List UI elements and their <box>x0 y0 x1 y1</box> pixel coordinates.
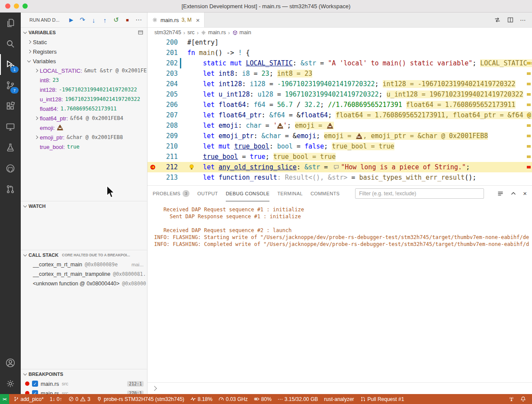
status-ports[interactable] <box>509 396 514 402</box>
variable-row-int8[interactable]: int8:23 <box>21 75 147 85</box>
code-content[interactable]: let mut true_bool: bool = false; true_bo… <box>187 141 532 152</box>
activity-github[interactable] <box>0 158 21 179</box>
breadcrumb-item-main-rs[interactable]: main.rs <box>201 29 226 36</box>
breakpoint-slot[interactable] <box>147 131 159 141</box>
code-line-206[interactable]: 206 let float64: f64 = 56.7 / 32.2; //1.… <box>147 100 532 110</box>
status-cpu-usage[interactable]: 8.18% <box>190 396 212 402</box>
breadcrumb-item-src[interactable]: src <box>187 29 195 36</box>
code-content[interactable]: let float64_ptr: &f64 = &float64; float6… <box>187 110 532 120</box>
status-cpu-frequency[interactable]: 0.03 GHz <box>218 396 248 402</box>
code-content[interactable]: let int8: i8 = 23; int8 = 23 <box>187 68 532 79</box>
filter-input[interactable] <box>355 188 484 199</box>
breakpoint-slot[interactable] <box>147 162 159 172</box>
code-line-207[interactable]: 207 let float64_ptr: &f64 = &float64; fl… <box>147 110 532 120</box>
sidebar-title[interactable]: RUN AND D... <box>29 17 60 23</box>
status-sync[interactable]: 1↓ 0↑ <box>50 396 62 402</box>
more-icon[interactable]: ⋯ <box>520 16 526 23</box>
lightbulb-icon[interactable] <box>188 164 195 171</box>
call-stack-frame[interactable]: __cortex_m_rt_main@0x0800089emai... <box>21 260 147 269</box>
breakpoint-slot[interactable] <box>147 79 159 89</box>
breakpoint-checkbox[interactable]: ✓ <box>32 390 38 394</box>
stop-icon[interactable]: ■ <box>123 16 131 24</box>
variable-row-float64[interactable]: float64:1.7608695652173911 <box>21 104 147 113</box>
breakpoint-slot[interactable] <box>147 110 159 120</box>
watch-section-header[interactable]: WATCH <box>21 201 147 211</box>
variable-row-u_int128[interactable]: u_int128:196710231994021419720322 <box>21 94 147 104</box>
overview-ruler[interactable] <box>526 37 532 185</box>
code-line-210[interactable]: 210 let mut true_bool: bool = false; tru… <box>147 141 532 152</box>
code-editor[interactable]: 200#[entry]201fn main() -> ! {202 static… <box>147 37 532 186</box>
code-line-208[interactable]: 208 let emoji: char = ''; emoji = <box>147 120 532 131</box>
code-content[interactable]: let any_old_string_slice: &str = "How lo… <box>187 162 532 172</box>
status-battery[interactable]: 80% <box>254 396 272 402</box>
panel-tab-debug-console[interactable]: DEBUG CONSOLE <box>226 186 269 201</box>
step-out-icon[interactable]: ↑ <box>101 16 109 24</box>
debug-views-icon[interactable] <box>138 29 144 36</box>
breadcrumb-item-main[interactable]: main <box>232 29 251 36</box>
variable-row-emoji_ptr[interactable]: emoji_ptr:&char @ 0x2001FEB8 <box>21 133 147 142</box>
code-content[interactable]: true_bool = true; true_bool = true <box>187 152 532 162</box>
step-over-icon[interactable]: ↷ <box>78 16 87 24</box>
breakpoint-slot[interactable] <box>147 37 159 48</box>
breakpoint-slot[interactable] <box>147 100 159 110</box>
code-line-202[interactable]: 202 static mut LOCAL_STATIC: &str = "A '… <box>147 58 532 68</box>
code-content[interactable]: let emoji_ptr: &char = &emoji; emoji = ,… <box>187 131 532 141</box>
status-memory[interactable]: ⋯3.15/32.00 GB <box>278 396 318 402</box>
status-pull-request[interactable]: Pull Request #1 <box>360 396 404 402</box>
code-line-200[interactable]: 200#[entry] <box>147 37 532 48</box>
code-content[interactable]: fn main() -> ! { <box>187 48 532 58</box>
code-line-201[interactable]: 201fn main() -> ! { <box>147 48 532 58</box>
panel-tab-problems[interactable]: PROBLEMS3 <box>153 186 189 201</box>
status-branch[interactable]: add_pico* <box>13 396 44 402</box>
panel-tab-comments[interactable]: COMMENTS <box>311 186 340 201</box>
variables-group-variables[interactable]: Variables <box>21 56 147 66</box>
breakpoint-slot[interactable] <box>147 152 159 162</box>
code-content[interactable]: let float64: f64 = 56.7 / 32.2; //1.7608… <box>187 100 532 110</box>
split-editor-icon[interactable] <box>507 16 514 23</box>
variables-group-registers[interactable]: Registers <box>21 47 147 56</box>
breakpoint-slot[interactable] <box>147 48 159 58</box>
code-line-204[interactable]: 204 let int128: i128 = -1967102319940214… <box>147 79 532 89</box>
code-line-203[interactable]: 203 let int8: i8 = 23; int8 = 23 <box>147 68 532 79</box>
call-stack-frame[interactable]: __cortex_m_rt_main_trampoline@0x0800081.… <box>21 269 147 279</box>
variables-section-header[interactable]: VARIABLES <box>21 28 147 37</box>
code-line-213[interactable]: 213 let function_result: Result<(), &str… <box>147 172 532 183</box>
close-window-button[interactable] <box>5 3 10 9</box>
variable-row-emoji[interactable]: emoji: <box>21 123 147 133</box>
call-stack-frame[interactable]: <unknown function @ 0x08000440>@0x08000.… <box>21 279 147 288</box>
step-into-icon[interactable]: ↓ <box>90 16 98 24</box>
breadcrumb-item-stm32h745[interactable]: stm32h745 <box>154 29 181 36</box>
breakpoints-section-header[interactable]: BREAKPOINTS <box>21 369 147 379</box>
panel-tab-terminal[interactable]: TERMINAL <box>277 186 303 201</box>
activity-accounts[interactable] <box>0 352 21 373</box>
code-line-211[interactable]: 211 true_bool = true; true_bool = true <box>147 152 532 162</box>
variable-row-true_bool[interactable]: true_bool:true <box>21 142 147 152</box>
activity-run-and-debug[interactable]: 1 <box>0 54 21 75</box>
breakpoint-slot[interactable] <box>147 89 159 100</box>
code-content[interactable]: let function_result: Result<(), &str> = … <box>187 172 532 183</box>
code-line-205[interactable]: 205 let u_int128: u128 = 196710231994021… <box>147 89 532 100</box>
variable-row-float64_ptr[interactable]: float64_ptr:&f64 @ 0x2001FEB4 <box>21 113 147 123</box>
breakpoint-row[interactable]: ✓main.rssrc270:1 <box>21 388 147 394</box>
debug-console-output[interactable]: Received DAP Request sequence #1 : initi… <box>147 201 532 382</box>
code-content[interactable]: static mut LOCAL_STATIC: &str = "A 'loca… <box>187 58 532 68</box>
breakpoint-slot[interactable] <box>147 141 159 152</box>
status-notifications[interactable] <box>520 396 526 402</box>
breakpoint-slot[interactable] <box>147 58 159 68</box>
code-content[interactable]: let u_int128: u128 = 1967102319940214197… <box>187 89 532 100</box>
code-line-212[interactable]: 212 let any_old_string_slice: &str = "Ho… <box>147 162 532 172</box>
more-icon[interactable]: ⋯ <box>135 16 143 24</box>
variable-row-int128[interactable]: int128:-196710231994021419720322 <box>21 85 147 94</box>
breakpoint-slot[interactable] <box>147 68 159 79</box>
continue-icon[interactable]: ▶ <box>67 16 75 24</box>
minimize-window-button[interactable] <box>14 3 19 9</box>
activity-settings[interactable] <box>0 373 21 394</box>
variable-row-local_static[interactable]: LOCAL_STATIC:&mut &str @ 0x2001FE78 <box>21 66 147 75</box>
code-line-209[interactable]: 209 let emoji_ptr: &char = &emoji; emoji… <box>147 131 532 141</box>
activity-search[interactable] <box>0 33 21 54</box>
activity-extensions[interactable] <box>0 96 21 116</box>
panel-tab-output[interactable]: OUTPUT <box>197 186 218 201</box>
zoom-window-button[interactable] <box>22 3 28 9</box>
activity-explorer[interactable] <box>0 13 21 33</box>
status-problems[interactable]: 03 <box>68 396 90 402</box>
